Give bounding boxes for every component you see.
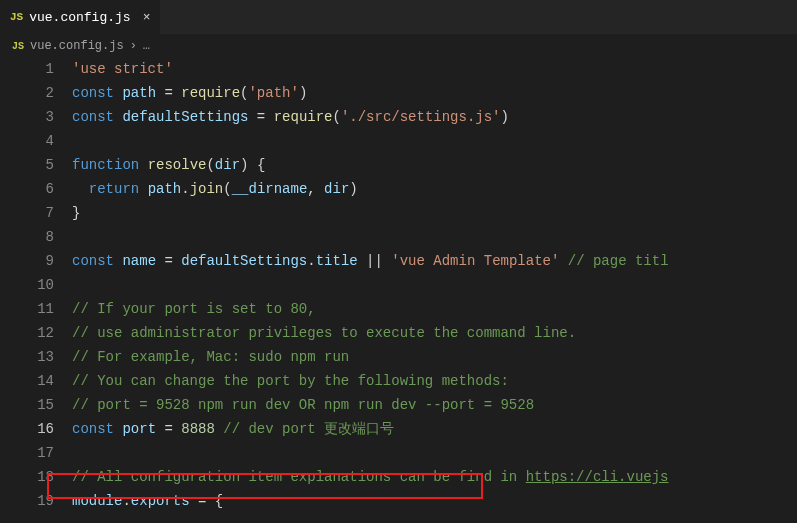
line-number: 19 [10,489,54,513]
token-link: https://cli.vuejs [526,469,669,485]
token-punc: . [122,493,130,509]
line-number: 1 [10,57,54,81]
token-var: defaultSettings [122,109,248,125]
line-number: 15 [10,393,54,417]
line-number: 4 [10,129,54,153]
line-number: 5 [10,153,54,177]
code-line[interactable]: module.exports = { [72,489,797,513]
token-var: dir [215,157,240,173]
token-fn: require [274,109,333,125]
code-line[interactable]: // All configuration item explanations c… [72,465,797,489]
line-number: 13 [10,345,54,369]
code-line[interactable]: const port = 8888 // dev port 更改端口号 [72,417,797,441]
code-line[interactable]: function resolve(dir) { [72,153,797,177]
token-comment: // For example, Mac: sudo npm run [72,349,349,365]
tab-filename: vue.config.js [29,10,130,25]
code-line[interactable]: const path = require('path') [72,81,797,105]
line-number: 9 [10,249,54,273]
chevron-right-icon: › [130,39,137,53]
token-brace: } [72,205,80,221]
token-punc: ) [349,181,357,197]
code-line[interactable]: } [72,201,797,225]
line-number: 17 [10,441,54,465]
code-line[interactable]: const name = defaultSettings.title || 'v… [72,249,797,273]
token-op: = [248,109,273,125]
token-prop: title [316,253,358,269]
breadcrumb[interactable]: JS vue.config.js › … [0,35,797,57]
token-kw: const [72,85,114,101]
code-line[interactable] [72,441,797,465]
token-op [139,157,147,173]
token-op: = [190,493,215,509]
line-number: 8 [10,225,54,249]
close-icon[interactable]: × [143,10,151,25]
token-var: defaultSettings [181,253,307,269]
token-punc: ) [501,109,509,125]
token-op [215,421,223,437]
token-punc: ( [223,181,231,197]
code-line[interactable]: const defaultSettings = require('./src/s… [72,105,797,129]
line-number: 7 [10,201,54,225]
line-number: 12 [10,321,54,345]
token-punc: ) [240,157,257,173]
token-var: path [148,181,182,197]
token-fn: resolve [148,157,207,173]
code-editor[interactable]: 12345678910111213141516171819 'use stric… [0,57,797,513]
line-number: 16 [10,417,54,441]
code-line[interactable]: // port = 9528 npm run dev OR npm run de… [72,393,797,417]
token-punc: , [307,181,324,197]
token-kw: return [89,181,139,197]
token-op [72,181,89,197]
line-number: 6 [10,177,54,201]
code-line[interactable]: // use administrator privileges to execu… [72,321,797,345]
token-comment: // use administrator privileges to execu… [72,325,576,341]
code-line[interactable] [72,225,797,249]
token-comment: // All configuration item explanations c… [72,469,526,485]
token-comment: // page titl [568,253,669,269]
token-str: 'use strict' [72,61,173,77]
token-prop: exports [131,493,190,509]
token-kw: const [72,253,114,269]
token-num: 8888 [181,421,215,437]
tab-bar: JS vue.config.js × [0,0,797,35]
line-number: 14 [10,369,54,393]
token-str: 'path' [248,85,298,101]
code-line[interactable]: // For example, Mac: sudo npm run [72,345,797,369]
line-number: 3 [10,105,54,129]
token-var: module [72,493,122,509]
token-var: dir [324,181,349,197]
token-comment: // If your port is set to 80, [72,301,316,317]
token-punc: ( [206,157,214,173]
code-line[interactable] [72,273,797,297]
token-var: name [122,253,156,269]
tab-active[interactable]: JS vue.config.js × [0,0,161,34]
code-line[interactable]: 'use strict' [72,57,797,81]
line-number: 2 [10,81,54,105]
token-comment: // port = 9528 npm run dev OR npm run de… [72,397,534,413]
js-icon: JS [12,41,24,52]
token-var: __dirname [232,181,308,197]
token-var: path [122,85,156,101]
token-str: 'vue Admin Template' [391,253,559,269]
code-line[interactable]: // If your port is set to 80, [72,297,797,321]
breadcrumb-more: … [143,39,150,53]
token-op: = [156,253,181,269]
token-punc: ) [299,85,307,101]
code-line[interactable]: // You can change the port by the follow… [72,369,797,393]
token-comment: // You can change the port by the follow… [72,373,509,389]
code-area[interactable]: 'use strict'const path = require('path')… [72,57,797,513]
token-kw: function [72,157,139,173]
line-number: 18 [10,465,54,489]
js-icon: JS [10,11,23,23]
code-line[interactable] [72,129,797,153]
token-op: = [156,421,181,437]
token-comment: // dev port 更改端口号 [223,421,394,437]
token-op [559,253,567,269]
line-gutter: 12345678910111213141516171819 [0,57,72,513]
code-line[interactable]: return path.join(__dirname, dir) [72,177,797,201]
token-fn: require [181,85,240,101]
token-punc: . [307,253,315,269]
token-op [139,181,147,197]
token-kw: const [72,109,114,125]
line-number: 10 [10,273,54,297]
